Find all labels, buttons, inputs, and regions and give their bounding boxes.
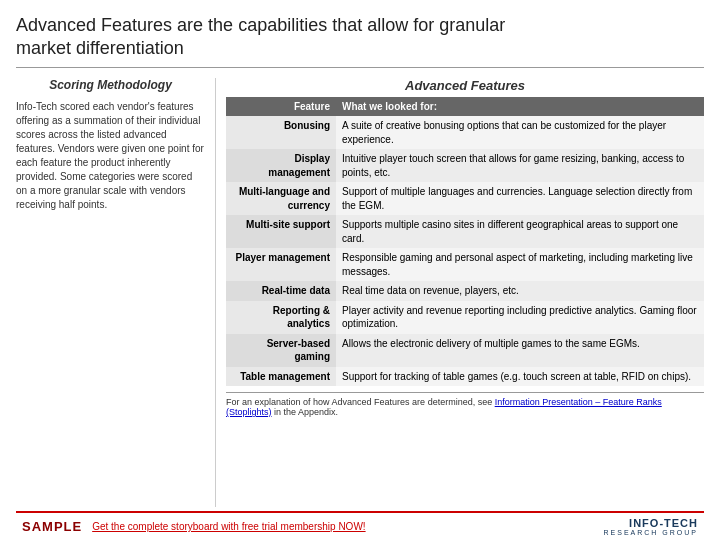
feature-name-cell: Real-time data (226, 281, 336, 301)
table-row: Real-time dataReal time data on revenue,… (226, 281, 704, 301)
footer-note: For an explanation of how Advanced Featu… (226, 392, 704, 417)
feature-desc-cell: Allows the electronic delivery of multip… (336, 334, 704, 367)
table-row: Table managementSupport for tracking of … (226, 367, 704, 387)
feature-name-cell: Bonusing (226, 116, 336, 149)
table-row: BonusingA suite of creative bonusing opt… (226, 116, 704, 149)
bottom-bar: SAMPLE Get the complete storyboard with … (16, 511, 704, 540)
table-row: Multi-site supportSupports multiple casi… (226, 215, 704, 248)
feature-desc-cell: Support of multiple languages and curren… (336, 182, 704, 215)
logo-sub: RESEARCH GROUP (603, 529, 698, 536)
feature-name-cell: Reporting & analytics (226, 301, 336, 334)
col-what-header: What we looked for: (336, 97, 704, 116)
table-row: Display managementIntuitive player touch… (226, 149, 704, 182)
feature-name-cell: Table management (226, 367, 336, 387)
sample-label: SAMPLE (22, 519, 82, 534)
page: Advanced Features are the capabilities t… (0, 0, 720, 540)
scoring-methodology-header: Scoring Methodology (16, 78, 205, 92)
table-row: Multi-language and currencySupport of mu… (226, 182, 704, 215)
feature-name-cell: Server-based gaming (226, 334, 336, 367)
col-feature-header: Feature (226, 97, 336, 116)
logo-main: INFO-TECH (629, 517, 698, 529)
feature-desc-cell: A suite of creative bonusing options tha… (336, 116, 704, 149)
feature-name-cell: Display management (226, 149, 336, 182)
feature-desc-cell: Supports multiple casino sites in differ… (336, 215, 704, 248)
right-panel: Advanced Features Feature What we looked… (216, 78, 704, 507)
feature-name-cell: Multi-language and currency (226, 182, 336, 215)
scoring-methodology-text: Info-Tech scored each vendor's features … (16, 100, 205, 212)
feature-desc-cell: Responsible gaming and personal aspect o… (336, 248, 704, 281)
logo-area: INFO-TECH RESEARCH GROUP (603, 517, 698, 536)
feature-desc-cell: Real time data on revenue, players, etc. (336, 281, 704, 301)
advanced-features-header: Advanced Features (226, 78, 704, 93)
table-row: Player managementResponsible gaming and … (226, 248, 704, 281)
feature-name-cell: Multi-site support (226, 215, 336, 248)
features-table: Feature What we looked for: BonusingA su… (226, 97, 704, 386)
table-row: Server-based gamingAllows the electronic… (226, 334, 704, 367)
table-row: Reporting & analyticsPlayer activity and… (226, 301, 704, 334)
feature-name-cell: Player management (226, 248, 336, 281)
page-title: Advanced Features are the capabilities t… (16, 14, 704, 68)
feature-desc-cell: Support for tracking of table games (e.g… (336, 367, 704, 387)
content-area: Scoring Methodology Info-Tech scored eac… (16, 78, 704, 507)
feature-desc-cell: Player activity and revenue reporting in… (336, 301, 704, 334)
table-header-row: Feature What we looked for: (226, 97, 704, 116)
feature-desc-cell: Intuitive player touch screen that allow… (336, 149, 704, 182)
cta-button[interactable]: Get the complete storyboard with free tr… (92, 521, 365, 532)
left-panel: Scoring Methodology Info-Tech scored eac… (16, 78, 216, 507)
